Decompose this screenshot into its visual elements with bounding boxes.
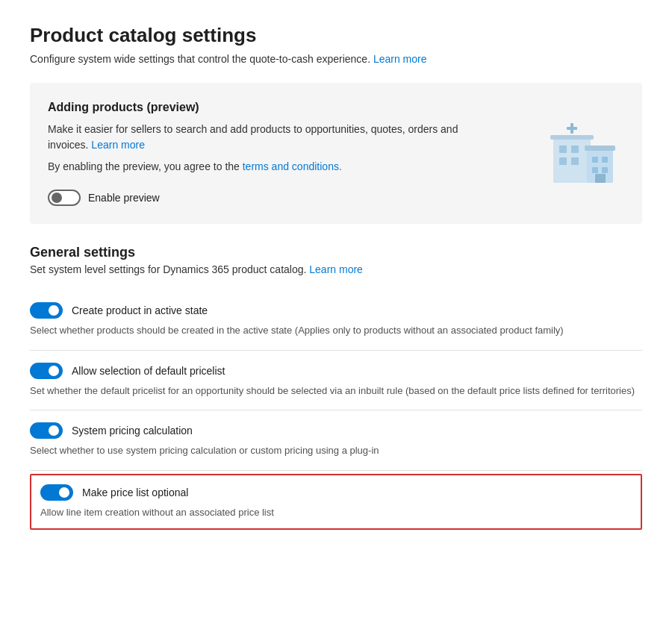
svg-rect-9 [592,157,598,163]
page-title: Product catalog settings [30,24,642,47]
setting-toggle-row-price-list-optional: Make price list optional [40,484,632,501]
svg-rect-14 [595,174,606,183]
preview-card-content: Adding products (preview) Make it easier… [48,101,481,206]
header-learn-more-link[interactable]: Learn more [373,53,427,65]
default-pricelist-desc: Set whether the default pricelist for an… [30,384,642,398]
system-pricing-desc: Select whether to use system pricing cal… [30,443,642,458]
svg-rect-12 [602,167,608,173]
default-pricelist-toggle[interactable] [30,363,63,379]
create-product-toggle[interactable] [30,302,63,319]
system-pricing-toggle[interactable] [30,422,63,439]
toggle-track [30,302,63,319]
setting-toggle-row-create-product: Create product in active state [30,302,642,319]
svg-rect-1 [559,146,567,153]
svg-rect-4 [571,157,579,165]
toggle-track [48,190,81,206]
preview-card-terms: By enabling the preview, you agree to th… [48,159,481,175]
preview-card-title: Adding products (preview) [48,101,481,114]
setting-item-system-pricing: System pricing calculation Select whethe… [30,410,642,471]
enable-preview-label: Enable preview [88,192,160,204]
terms-link[interactable]: terms and conditions. [243,160,342,172]
price-list-optional-toggle[interactable] [40,484,73,501]
preview-card: Adding products (preview) Make it easier… [30,83,642,224]
create-product-desc: Select whether products should be create… [30,323,642,338]
page-container: Product catalog settings Configure syste… [0,0,672,554]
general-settings-desc: Set system level settings for Dynamics 3… [30,263,642,275]
svg-rect-5 [550,135,594,140]
svg-rect-7 [567,127,577,130]
terms-prefix: By enabling the preview, you agree to th… [48,160,240,172]
svg-rect-3 [559,157,567,165]
toggle-thumb [49,366,59,376]
svg-rect-2 [571,146,579,153]
preview-card-desc: Make it easier for sellers to search and… [48,122,481,153]
preview-illustration [535,101,624,190]
setting-item-price-list-optional: Make price list optional Allow line item… [30,474,642,531]
toggle-thumb [49,425,59,436]
general-desc-text: Set system level settings for Dynamics 3… [30,263,306,275]
preview-learn-more-link[interactable]: Learn more [91,139,145,151]
toggle-thumb [59,487,69,498]
subtitle-text: Configure system wide settings that cont… [30,53,370,65]
price-list-optional-desc: Allow line item creation without an asso… [40,505,632,520]
svg-rect-11 [592,167,598,173]
general-settings-section: General settings Set system level settin… [30,245,642,530]
toggle-thumb [52,193,62,203]
setting-toggle-row-default-pricelist: Allow selection of default pricelist [30,363,642,379]
price-list-optional-label: Make price list optional [82,487,188,498]
setting-item-default-pricelist: Allow selection of default pricelist Set… [30,351,642,411]
setting-item-create-product: Create product in active state Select wh… [30,290,642,351]
default-pricelist-label: Allow selection of default pricelist [72,365,225,377]
building-illustration [538,108,620,190]
page-subtitle: Configure system wide settings that cont… [30,53,642,65]
setting-toggle-row-system-pricing: System pricing calculation [30,422,642,439]
enable-preview-toggle[interactable] [48,190,81,206]
general-settings-title: General settings [30,245,642,260]
general-learn-more-link[interactable]: Learn more [309,263,363,275]
toggle-track [30,422,63,439]
toggle-thumb [49,305,59,316]
preview-toggle-row: Enable preview [48,190,481,206]
toggle-track [30,363,63,379]
create-product-label: Create product in active state [72,304,208,316]
svg-rect-13 [585,146,615,151]
system-pricing-label: System pricing calculation [72,425,193,437]
toggle-track [40,484,73,501]
svg-rect-10 [602,157,608,163]
